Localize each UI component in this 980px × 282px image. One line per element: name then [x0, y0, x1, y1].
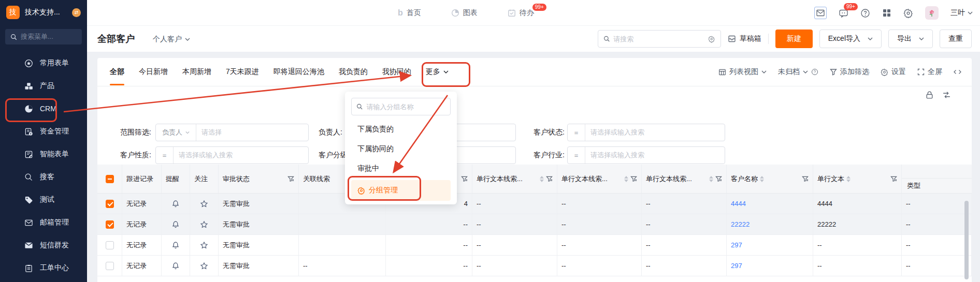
table-settings-button[interactable]: 设置: [881, 67, 906, 77]
col-approval-status[interactable]: 审批状态: [219, 165, 299, 193]
sidebar-item-sms[interactable]: 短信群发: [0, 234, 87, 257]
equals-operator[interactable]: =: [568, 147, 585, 164]
menu-item-in-approval[interactable]: 审批中: [351, 159, 451, 179]
column-filter-icon[interactable]: [802, 175, 809, 182]
chat-icon[interactable]: 99+: [839, 8, 848, 18]
nav-charts[interactable]: 图表: [451, 8, 478, 18]
sort-icon[interactable]: [709, 176, 713, 182]
bell-icon[interactable]: [171, 200, 180, 208]
column-filter-icon[interactable]: [890, 175, 897, 182]
customer-name-link[interactable]: 22222: [731, 220, 750, 228]
menu-item-subordinate-collaborated[interactable]: 下属协同的: [351, 139, 451, 159]
col-follow-record[interactable]: 跟进记录: [122, 165, 162, 193]
vertical-scrollbar[interactable]: [964, 201, 969, 279]
sidebar-item-crm[interactable]: CRM: [0, 97, 87, 120]
row-checkbox[interactable]: [106, 220, 114, 229]
follow-record-cell[interactable]: 无记录: [122, 256, 162, 276]
archive-state-select[interactable]: 未归档: [778, 67, 818, 77]
avatar[interactable]: [925, 6, 939, 20]
customer-industry-input[interactable]: = 请选择或输入搜索: [567, 146, 725, 164]
scope-filter-input[interactable]: 负责人 请选择: [155, 124, 309, 141]
row-checkbox[interactable]: [106, 262, 114, 270]
sidebar-item-products[interactable]: 产品: [0, 75, 87, 97]
tab-no-follow-7d[interactable]: 7天未跟进: [226, 67, 259, 77]
scope-prefix-select[interactable]: 负责人: [156, 124, 196, 141]
column-filter-icon[interactable]: [630, 175, 637, 182]
row-checkbox[interactable]: [106, 200, 114, 208]
follow-record-cell[interactable]: 无记录: [122, 214, 162, 234]
col-text-lead-3[interactable]: 单行文本线索...: [642, 165, 727, 193]
sort-icon[interactable]: [624, 176, 628, 182]
tab-more[interactable]: 更多: [426, 67, 449, 77]
add-filter-button[interactable]: 添加筛选: [830, 67, 869, 77]
user-menu[interactable]: 三叶: [950, 8, 973, 18]
sidebar-item-common-forms[interactable]: 常用表单: [0, 52, 87, 75]
select-all-checkbox[interactable]: [106, 175, 114, 183]
star-icon[interactable]: [200, 262, 208, 270]
col-type[interactable]: 类型: [902, 165, 972, 193]
customer-name-link[interactable]: 297: [731, 262, 742, 270]
view-selector[interactable]: 个人客户: [153, 35, 190, 44]
list-search-input[interactable]: [613, 35, 704, 43]
equals-operator[interactable]: =: [568, 124, 585, 141]
tab-all[interactable]: 全部: [110, 67, 124, 77]
sidebar-item-funds[interactable]: 资金管理: [0, 120, 87, 143]
tab-new-today[interactable]: 今日新增: [139, 67, 168, 77]
sidebar-item-prospecting[interactable]: 搜客: [0, 166, 87, 188]
sidebar-item-smart-forms[interactable]: 智能表单: [0, 143, 87, 166]
follow-record-cell[interactable]: 无记录: [122, 235, 162, 255]
sort-icon[interactable]: [846, 176, 851, 182]
column-filter-icon[interactable]: [461, 175, 468, 182]
nav-home[interactable]: b 首页: [398, 8, 421, 18]
workspace-header[interactable]: 技 技术支持... ⇄: [0, 0, 87, 25]
switch-workspace-icon[interactable]: ⇄: [72, 8, 81, 17]
star-icon[interactable]: [200, 241, 208, 249]
row-checkbox[interactable]: [106, 241, 114, 249]
mail-icon[interactable]: [814, 7, 827, 19]
group-search-input[interactable]: [366, 103, 445, 111]
new-button[interactable]: 新建: [775, 29, 813, 48]
export-button[interactable]: 导出: [888, 29, 933, 48]
excel-import-button[interactable]: Excel导入: [819, 29, 882, 48]
sort-icon[interactable]: [760, 176, 764, 182]
help-icon[interactable]: [860, 8, 870, 18]
tab-my-responsible[interactable]: 我负责的: [339, 67, 368, 77]
col-text-lead-2[interactable]: 单行文本线索...: [557, 165, 642, 193]
lock-icon[interactable]: [925, 91, 934, 99]
gear-icon[interactable]: [903, 8, 913, 18]
sort-icon[interactable]: [540, 176, 544, 182]
menu-item-group-management[interactable]: 分组管理: [351, 180, 451, 201]
col-text-lead-1[interactable]: 单行文本线索...: [472, 165, 557, 193]
equals-operator[interactable]: =: [156, 147, 174, 164]
view-mode-select[interactable]: 列表视图: [718, 67, 767, 77]
col-customer-name[interactable]: 客户名称: [727, 165, 813, 193]
bell-icon[interactable]: [171, 262, 180, 270]
draft-box-button[interactable]: 草稿箱: [728, 34, 761, 43]
menu-item-subordinate-responsible[interactable]: 下属负责的: [351, 120, 451, 139]
code-view-button[interactable]: [954, 68, 961, 76]
star-icon[interactable]: [200, 200, 208, 208]
tab-returning-to-pool[interactable]: 即将退回公海池: [273, 67, 324, 77]
swap-arrows-icon[interactable]: [942, 91, 951, 99]
col-single-text[interactable]: 单行文本: [813, 165, 902, 193]
sidebar-item-test[interactable]: 测试: [0, 188, 87, 211]
sidebar-search-input[interactable]: 搜索菜单...: [5, 29, 82, 44]
dedupe-button[interactable]: 查重: [940, 29, 972, 48]
customer-nature-input[interactable]: = 请选择或输入搜索: [155, 146, 309, 164]
customer-name-link[interactable]: 297: [731, 241, 742, 249]
bell-icon[interactable]: [171, 220, 180, 229]
fullscreen-button[interactable]: 全屏: [917, 67, 942, 77]
col-remind[interactable]: 提醒: [162, 165, 190, 193]
nav-todo[interactable]: 待办 99+: [508, 8, 534, 18]
column-filter-icon[interactable]: [546, 175, 553, 182]
column-filter-icon[interactable]: [287, 175, 294, 182]
col-watch[interactable]: 关注: [190, 165, 219, 193]
apps-grid-icon[interactable]: [882, 8, 891, 18]
bell-icon[interactable]: [171, 241, 180, 249]
search-settings-gear-icon[interactable]: [708, 35, 715, 43]
follow-record-cell[interactable]: 无记录: [122, 194, 162, 214]
star-icon[interactable]: [200, 220, 208, 229]
sidebar-item-work-orders[interactable]: 工单中心: [0, 257, 87, 279]
tab-my-collaborated[interactable]: 我协同的: [382, 67, 411, 77]
column-filter-icon[interactable]: [715, 175, 722, 182]
